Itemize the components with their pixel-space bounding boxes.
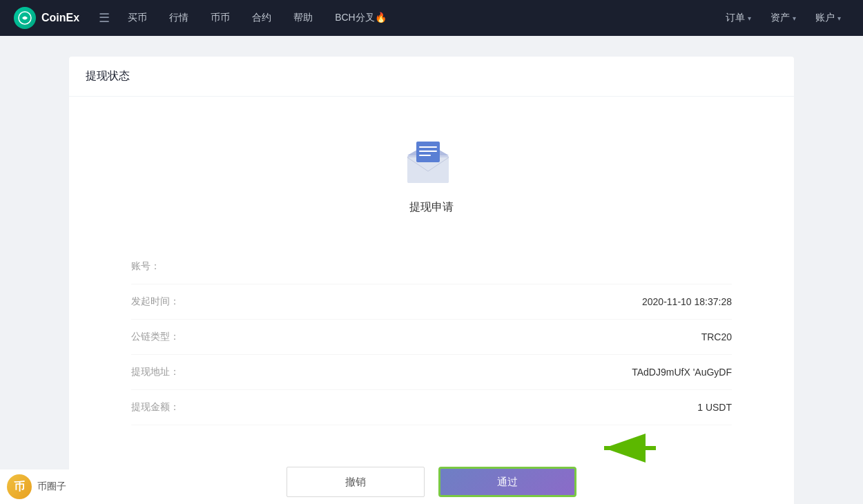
logo-icon <box>14 7 36 29</box>
assets-menu[interactable]: 资产 ▾ <box>762 8 804 28</box>
info-row-chain: 公链类型： TRC20 <box>131 320 732 355</box>
main-content: 提现状态 <box>0 36 863 504</box>
label-address: 提现地址： <box>131 366 186 378</box>
info-row-amount: 提现金额： 1 USDT <box>131 390 732 425</box>
orders-menu[interactable]: 订单 ▾ <box>717 8 759 28</box>
info-row-address: 提现地址： TAdDJ9mUfX 'AuGyDF <box>131 355 732 390</box>
illustration-area: 提现申请 <box>110 117 753 249</box>
page-title: 提现状态 <box>86 70 130 81</box>
info-row-time: 发起时间： 2020-11-10 18:37:28 <box>131 284 732 320</box>
card-body: 提现申请 账号： 发起时间： 2020-11-10 18:37:28 公链类型：… <box>69 97 794 504</box>
label-amount: 提现金额： <box>131 401 186 414</box>
nav-right: 订单 ▾ 资产 ▾ 账户 ▾ <box>717 8 849 28</box>
nav-buy[interactable]: 买币 <box>118 8 157 28</box>
logo-text: CoinEx <box>41 12 79 24</box>
info-section: 账号： 发起时间： 2020-11-10 18:37:28 公链类型： TRC2… <box>110 249 753 425</box>
watermark-logo: 币 <box>7 474 32 499</box>
nav-contract[interactable]: 合约 <box>242 8 281 28</box>
confirm-button[interactable]: 通过 <box>438 467 576 497</box>
label-chain: 公链类型： <box>131 331 186 343</box>
value-amount: 1 USDT <box>697 402 732 413</box>
cancel-button[interactable]: 撤销 <box>287 467 425 497</box>
logo[interactable]: CoinEx <box>14 7 79 29</box>
nav-bch[interactable]: BCH分叉🔥 <box>325 8 396 28</box>
value-address: TAdDJ9mUfX 'AuGyDF <box>632 367 732 378</box>
account-menu[interactable]: 账户 ▾ <box>807 8 849 28</box>
label-time: 发起时间： <box>131 295 186 308</box>
nav-links: 买币 行情 币币 合约 帮助 BCH分叉🔥 <box>118 8 717 28</box>
envelope-illustration <box>404 138 459 188</box>
card-header: 提现状态 <box>69 57 794 97</box>
card: 提现状态 <box>69 57 794 504</box>
nav-spot[interactable]: 币币 <box>201 8 240 28</box>
value-chain: TRC20 <box>701 331 732 342</box>
nav-help[interactable]: 帮助 <box>284 8 322 28</box>
orders-chevron: ▾ <box>748 14 751 22</box>
info-row-account: 账号： <box>131 249 732 284</box>
account-chevron: ▾ <box>837 14 841 22</box>
navbar: CoinEx ☰ 买币 行情 币币 合约 帮助 BCH分叉🔥 订单 ▾ 资产 ▾… <box>0 0 863 36</box>
hamburger-icon[interactable]: ☰ <box>90 10 118 26</box>
label-account: 账号： <box>131 260 186 273</box>
watermark: 币 币圈子 <box>0 469 83 504</box>
nav-market[interactable]: 行情 <box>159 8 198 28</box>
watermark-text: 币圈子 <box>37 481 66 493</box>
value-time: 2020-11-10 18:37:28 <box>642 296 732 307</box>
green-arrow <box>594 431 663 468</box>
status-label: 提现申请 <box>409 200 454 215</box>
assets-chevron: ▾ <box>793 14 796 22</box>
